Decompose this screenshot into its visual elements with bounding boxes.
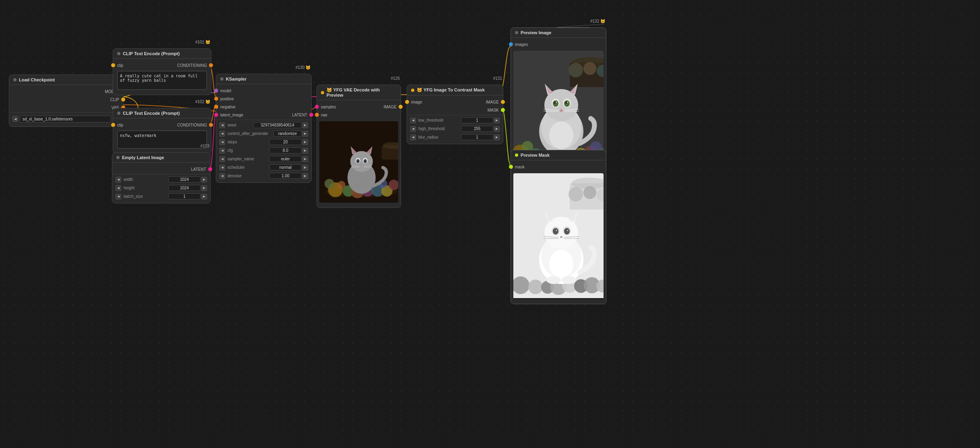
node-title-contrast-mask: 🐱 YFG Image To Contrast Mask <box>417 87 485 93</box>
svg-point-63 <box>556 102 557 103</box>
widget-scheduler-right[interactable]: ▶ <box>302 165 308 170</box>
widget-batch-right[interactable]: ▶ <box>201 194 207 199</box>
widget-cfg-left[interactable]: ◀ <box>219 148 225 153</box>
node-id-103: #103 <box>201 144 209 148</box>
widget-width-value: 1024 <box>168 176 201 183</box>
clip-text-pos-input[interactable]: A really cute cat in a room full of fuzz… <box>117 71 207 90</box>
svg-point-51 <box>549 121 573 149</box>
node-ksampler: #130 🐱 KSampler model positive negative … <box>216 74 312 183</box>
node-header-clip-pos: CLIP Text Encode (Prompt) <box>113 49 211 59</box>
svg-point-97 <box>564 228 570 234</box>
clip-text-neg-input[interactable]: nsfw, watermark <box>117 131 207 149</box>
widget-steps-left[interactable]: ◀ <box>219 139 225 145</box>
svg-point-99 <box>567 230 569 231</box>
widget-blur-right[interactable]: ▶ <box>494 135 500 140</box>
connector-clip-in-neg <box>111 123 115 127</box>
widget-batch-left[interactable]: ◀ <box>116 194 121 199</box>
widget-scheduler-value: normal <box>269 164 302 170</box>
widget-low-threshold-right[interactable]: ▶ <box>494 118 500 123</box>
widget-low-threshold[interactable]: ◀ low_threshold 1 ▶ <box>407 116 503 124</box>
connector-positive-in <box>214 97 218 101</box>
widget-sampler-left[interactable]: ◀ <box>219 156 225 162</box>
node-body-clip-pos: clip CONDITIONING A really cute cat in a… <box>113 59 211 95</box>
port-clip-input-pos: clip CONDITIONING <box>113 61 211 69</box>
widget-width[interactable]: ◀ width 1024 ▶ <box>112 175 210 184</box>
widget-denoise[interactable]: ◀ denoise 1.00 ▶ <box>216 172 311 180</box>
svg-point-88 <box>549 250 573 278</box>
widget-cfg-right[interactable]: ▶ <box>302 148 308 153</box>
widget-seed[interactable]: ◀ seed 329734838540614 ▶ <box>216 121 311 129</box>
port-images-input: images <box>511 40 606 48</box>
svg-point-83 <box>569 187 583 201</box>
widget-seed-left[interactable]: ◀ <box>219 122 225 128</box>
port-samples-input: samples IMAGE <box>317 103 401 111</box>
node-empty-latent: #103 Empty Latent Image LATENT ◀ width 1… <box>112 152 211 203</box>
widget-cfg-value: 8.0 <box>269 147 302 153</box>
node-header-clip-neg: CLIP Text Encode (Prompt) <box>113 108 211 118</box>
connector-negative-in <box>214 105 218 109</box>
widget-steps-right[interactable]: ▶ <box>302 139 308 145</box>
widget-sampler-name[interactable]: ◀ sampler_name euler ▶ <box>216 155 311 163</box>
svg-point-105 <box>546 276 561 284</box>
svg-point-22 <box>356 159 360 163</box>
node-body-preview-mask: mask <box>511 160 606 304</box>
node-status-dot-ksampler <box>220 77 223 81</box>
port-latent-input-ks: latent_image LATENT <box>216 111 311 119</box>
node-body-ksampler: model positive negative latent_image LAT… <box>216 84 311 183</box>
widget-control-right[interactable]: ▶ <box>302 131 308 137</box>
widget-blur-radius[interactable]: ◀ blur_radius 1 ▶ <box>407 133 503 141</box>
widget-high-left[interactable]: ◀ <box>410 126 416 132</box>
node-id-126: #126 <box>391 76 400 81</box>
widget-high-right[interactable]: ▶ <box>494 126 500 132</box>
widget-ckpt-name[interactable]: ◀ sd_xl_base_1.0.safetensors ▶ <box>9 114 123 124</box>
widget-low-threshold-value: 1 <box>461 117 493 123</box>
widget-scheduler[interactable]: ◀ scheduler normal ▶ <box>216 163 311 172</box>
port-clip-output: CLIP <box>9 95 123 104</box>
widget-batch-size[interactable]: ◀ batch_size 1 ▶ <box>112 192 210 201</box>
ckpt-arrow-left[interactable]: ◀ <box>12 116 18 122</box>
node-title-vae-decode: 🐱 YFG VAE Decode with Preview <box>327 87 397 97</box>
port-image-input-cm: image IMAGE <box>407 98 503 106</box>
widget-sampler-right[interactable]: ▶ <box>302 156 308 162</box>
node-status-dot-neg <box>117 112 120 115</box>
svg-line-0 <box>556 24 604 27</box>
widget-scheduler-left[interactable]: ◀ <box>219 165 225 170</box>
node-id-101: #101 🐱 <box>195 40 210 44</box>
node-status-dot-vae <box>321 91 324 94</box>
svg-point-59 <box>553 100 558 107</box>
connector-image-out-cm <box>501 100 505 104</box>
node-status-dot-contrast <box>411 89 414 92</box>
widget-blur-value: 1 <box>461 134 493 140</box>
widget-blur-left[interactable]: ◀ <box>410 135 416 140</box>
preview-image-display <box>513 51 604 166</box>
widget-denoise-right[interactable]: ▶ <box>302 173 308 179</box>
widget-cfg[interactable]: ◀ cfg 8.0 ▶ <box>216 146 311 155</box>
widget-high-value: 255 <box>461 126 493 132</box>
svg-point-98 <box>556 230 557 231</box>
svg-point-62 <box>565 102 567 104</box>
port-vae-output: VAE <box>9 104 123 112</box>
node-body-empty-latent: LATENT ◀ width 1024 ▶ ◀ height 1024 ▶ ◀ … <box>112 163 210 203</box>
connector-conditioning-out-pos <box>209 63 213 67</box>
widget-control-after[interactable]: ◀ control_after_generate randomize ▶ <box>216 129 311 138</box>
node-body-load-checkpoint: MODEL CLIP VAE ◀ sd_xl_base_1.0.safetens… <box>9 85 123 127</box>
connector-latent-in-ks <box>214 113 218 117</box>
widget-denoise-left[interactable]: ◀ <box>219 173 225 179</box>
widget-control-left[interactable]: ◀ <box>219 131 225 137</box>
widget-seed-right[interactable]: ▶ <box>302 122 308 128</box>
port-positive-input-ks: positive <box>216 95 311 103</box>
widget-low-threshold-left[interactable]: ◀ <box>410 118 416 123</box>
widget-height-left[interactable]: ◀ <box>116 185 121 191</box>
node-status-dot <box>13 78 17 81</box>
connector-model-in <box>214 89 218 93</box>
widget-height-right[interactable]: ▶ <box>201 185 207 191</box>
widget-steps[interactable]: ◀ steps 20 ▶ <box>216 138 311 146</box>
widget-width-right[interactable]: ▶ <box>201 177 207 183</box>
widget-height[interactable]: ◀ height 1024 ▶ <box>112 184 210 192</box>
widget-width-left[interactable]: ◀ <box>116 177 121 183</box>
vae-preview-image <box>319 121 398 203</box>
svg-point-64 <box>567 102 569 103</box>
svg-point-61 <box>554 102 556 104</box>
node-body-vae-decode: samples IMAGE vae <box>317 100 401 207</box>
widget-high-threshold[interactable]: ◀ high_threshold 255 ▶ <box>407 124 503 133</box>
